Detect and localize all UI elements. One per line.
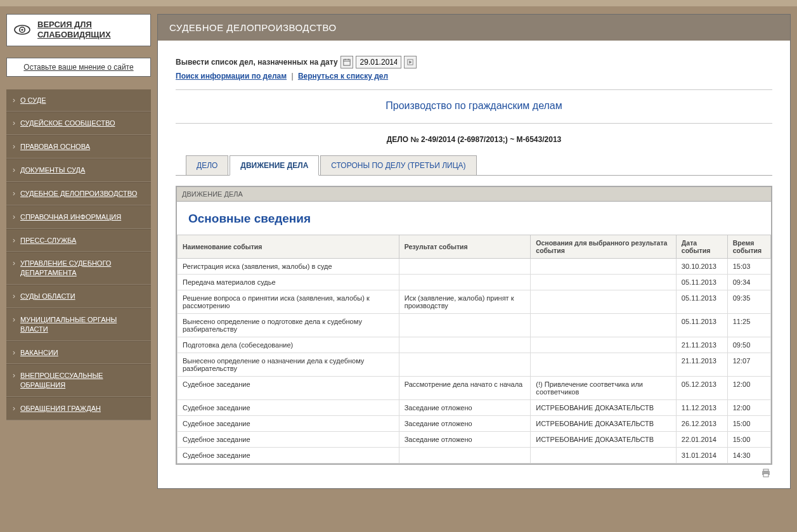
table-cell: Вынесено определение о назначении дела к… — [178, 353, 399, 377]
table-row: Вынесено определение о подготовке дела к… — [178, 314, 771, 337]
col-event-name: Наименование события — [178, 235, 399, 259]
sidebar-item-label: СУДЕБНОЕ ДЕЛОПРОИЗВОДСТВО — [20, 190, 137, 197]
sidebar-item-label: ПРАВОВАЯ ОСНОВА — [20, 143, 90, 150]
table-row: Передача материалов судье05.11.201309:34 — [178, 275, 771, 290]
table-cell: 12:00 — [727, 377, 770, 400]
page-layout: ВЕРСИЯ ДЛЯ СЛАБОВИДЯЩИХ Оставьте ваше мн… — [0, 0, 797, 532]
table-cell — [531, 448, 677, 464]
sidebar-item-citizen-appeals[interactable]: ОБРАЩЕНИЯ ГРАЖДАН — [6, 397, 151, 420]
print-button[interactable] — [761, 469, 771, 477]
section-title: Производство по гражданским делам — [176, 96, 772, 119]
date-filter-row: Вывести список дел, назначенных на дату — [176, 56, 772, 68]
table-cell: Судебное заседание — [178, 416, 399, 432]
sidebar-item-vacancies[interactable]: ВАКАНСИИ — [6, 341, 151, 365]
svg-rect-11 — [763, 474, 768, 477]
table-cell: 11:25 — [727, 314, 770, 337]
table-cell: 30.10.2013 — [676, 259, 727, 275]
table-cell: ИСТРЕБОВАНИЕ ДОКАЗАТЕЛЬСТВ — [531, 400, 677, 416]
print-row — [176, 465, 772, 479]
tab-case[interactable]: ДЕЛО — [186, 155, 228, 176]
table-cell: Иск (заявление, жалоба) принят к произво… — [399, 290, 531, 314]
accessibility-version-button[interactable]: ВЕРСИЯ ДЛЯ СЛАБОВИДЯЩИХ — [6, 14, 151, 46]
eye-icon — [13, 23, 31, 36]
sidebar-item-community[interactable]: СУДЕЙСКОЕ СООБЩЕСТВО — [6, 112, 151, 135]
movement-card: ДВИЖЕНИЕ ДЕЛА Основные сведения Наименов… — [176, 186, 772, 465]
table-cell — [531, 290, 677, 314]
table-cell: 15:03 — [727, 259, 770, 275]
table-cell: 15:00 — [727, 416, 770, 432]
sidebar-item-extra-appeals[interactable]: ВНЕПРОЦЕССУАЛЬНЫЕ ОБРАЩЕНИЯ — [6, 364, 151, 397]
sidebar-item-department[interactable]: УПРАВЛЕНИЕ СУДЕБНОГО ДЕПАРТАМЕНТА — [6, 252, 151, 285]
sidebar-item-press[interactable]: ПРЕСС-СЛУЖБА — [6, 229, 151, 252]
table-row: Судебное заседаниеЗаседание отложеноИСТР… — [178, 416, 771, 432]
table-row: Решение вопроса о принятии иска (заявлен… — [178, 290, 771, 314]
divider — [176, 89, 772, 90]
col-event-result: Результат события — [399, 235, 531, 259]
date-filter-label: Вывести список дел, назначенных на дату — [176, 58, 338, 67]
table-cell: 05.11.2013 — [676, 290, 727, 314]
printer-icon — [761, 469, 771, 477]
date-input[interactable] — [356, 56, 401, 68]
table-cell: Заседание отложено — [399, 432, 531, 448]
table-cell — [399, 353, 531, 377]
table-cell — [399, 275, 531, 290]
sidebar-item-municipal[interactable]: МУНИЦИПАЛЬНЫЕ ОРГАНЫ ВЛАСТИ — [6, 308, 151, 341]
card-subheader: ДВИЖЕНИЕ ДЕЛА — [177, 187, 771, 202]
col-event-date: Дата события — [676, 235, 727, 259]
table-cell: ИСТРЕБОВАНИЕ ДОКАЗАТЕЛЬСТВ — [531, 416, 677, 432]
table-cell — [399, 314, 531, 337]
table-cell: 09:34 — [727, 275, 770, 290]
tab-movement[interactable]: ДВИЖЕНИЕ ДЕЛА — [230, 155, 319, 176]
table-cell — [531, 314, 677, 337]
table-cell: 22.01.2014 — [676, 432, 727, 448]
table-cell: Судебное заседание — [178, 400, 399, 416]
sidebar-item-documents[interactable]: ДОКУМЕНТЫ СУДА — [6, 159, 151, 182]
table-cell: 26.12.2013 — [676, 416, 727, 432]
panel-title: СУДЕБНОЕ ДЕЛОПРОИЗВОДСТВО — [158, 15, 790, 41]
table-cell: Рассмотрение дела начато с начала — [399, 377, 531, 400]
helper-links: Поиск информации по делам | Вернуться к … — [176, 72, 772, 81]
play-icon — [407, 59, 413, 65]
sidebar-item-proceedings[interactable]: СУДЕБНОЕ ДЕЛОПРОИЗВОДСТВО — [6, 182, 151, 205]
sidebar-item-courts[interactable]: СУДЫ ОБЛАСТИ — [6, 285, 151, 308]
table-cell: Заседание отложено — [399, 400, 531, 416]
sidebar-item-label: ВАКАНСИИ — [20, 349, 58, 356]
table-cell: Заседание отложено — [399, 416, 531, 432]
table-row: Судебное заседание31.01.201414:30 — [178, 448, 771, 464]
table-cell: 14:30 — [727, 448, 770, 464]
svg-point-2 — [21, 29, 23, 31]
sidebar-menu: О СУДЕ СУДЕЙСКОЕ СООБЩЕСТВО ПРАВОВАЯ ОСН… — [6, 89, 151, 421]
sidebar-item-reference[interactable]: СПРАВОЧНАЯ ИНФОРМАЦИЯ — [6, 205, 151, 229]
sidebar-item-label: О СУДЕ — [20, 96, 46, 104]
tab-label: ДЕЛО — [197, 161, 217, 170]
table-cell: 31.01.2014 — [676, 448, 727, 464]
feedback-link[interactable]: Оставьте ваше мнение о сайте — [6, 58, 151, 77]
table-row: Судебное заседаниеЗаседание отложеноИСТР… — [178, 400, 771, 416]
sidebar-item-label: СУДЕЙСКОЕ СООБЩЕСТВО — [20, 119, 115, 127]
table-cell — [399, 259, 531, 275]
feedback-label: Оставьте ваше мнение о сайте — [23, 63, 133, 72]
panel-body: Вывести список дел, назначенных на дату — [158, 41, 790, 488]
col-event-reason: Основания для выбранного результата собы… — [531, 235, 677, 259]
table-cell — [531, 337, 677, 353]
sidebar-item-legal-basis[interactable]: ПРАВОВАЯ ОСНОВА — [6, 135, 151, 159]
table-cell: Подготовка дела (собеседование) — [178, 337, 399, 353]
calendar-icon-button[interactable] — [340, 56, 353, 68]
card-title: Основные сведения — [177, 202, 771, 235]
table-cell — [399, 337, 531, 353]
sidebar-item-label: ПРЕСС-СЛУЖБА — [20, 237, 76, 244]
table-cell — [531, 259, 677, 275]
tab-parties[interactable]: СТОРОНЫ ПО ДЕЛУ (ТРЕТЬИ ЛИЦА) — [320, 155, 476, 176]
table-cell: 11.12.2013 — [676, 400, 727, 416]
sidebar-item-label: УПРАВЛЕНИЕ СУДЕБНОГО ДЕПАРТАМЕНТА — [20, 259, 111, 276]
search-cases-link[interactable]: Поиск информации по делам — [176, 72, 287, 81]
table-cell: 15:00 — [727, 432, 770, 448]
table-row: Подготовка дела (собеседование)21.11.201… — [178, 337, 771, 353]
svg-rect-3 — [343, 60, 349, 65]
table-row: Судебное заседаниеРассмотрение дела нача… — [178, 377, 771, 400]
sidebar-item-label: ВНЕПРОЦЕССУАЛЬНЫЕ ОБРАЩЕНИЯ — [20, 372, 103, 389]
back-to-list-link[interactable]: Вернуться к списку дел — [298, 72, 388, 81]
submit-date-button[interactable] — [404, 56, 417, 68]
table-cell: Решение вопроса о принятии иска (заявлен… — [178, 290, 399, 314]
sidebar-item-about[interactable]: О СУДЕ — [6, 89, 151, 112]
